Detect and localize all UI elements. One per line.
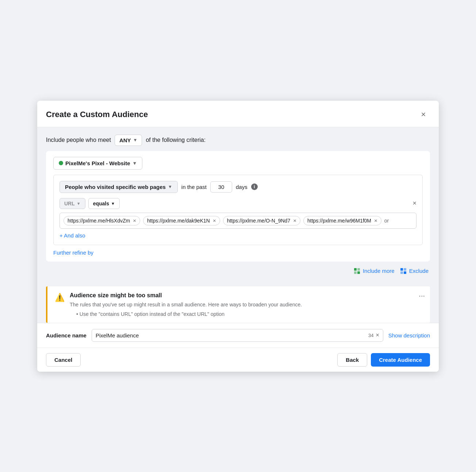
warning-icon: ⚠️ [55,293,65,302]
tag-value: https://pxlme.me/dak9eK1N [147,218,210,224]
audience-name-row: Audience name 34 × Show description [37,323,439,348]
svg-rect-7 [404,271,406,274]
exclude-icon [400,267,407,275]
warning-box: ⚠️ Audience size might be too small The … [46,286,430,323]
chevron-down-icon: ▼ [168,184,172,189]
warning-menu-button[interactable]: ··· [419,291,425,300]
tag-item: https://pxlme.me/O-N_9Nd7 × [223,216,300,225]
tag-value: https://pxlme.me/O-N_9Nd7 [227,218,291,224]
svg-rect-6 [400,271,403,274]
svg-rect-1 [357,268,360,271]
warning-section: ⚠️ Audience size might be too small The … [37,281,439,323]
pixel-section: PixelMe's Pixel - Website ▼ People who v… [46,151,430,262]
rule-row: People who visited specific web pages ▼ … [60,181,416,193]
include-more-button[interactable]: Include more [353,267,395,275]
inner-rule-section: People who visited specific web pages ▼ … [53,175,423,245]
pixel-dropdown[interactable]: PixelMe's Pixel - Website ▼ [53,157,142,170]
pixel-name: PixelMe's Pixel - Website [65,160,130,166]
chevron-down-icon: ▼ [77,201,81,206]
criteria-of-text: of the following criteria: [146,137,206,143]
in-past-text: in the past [181,184,207,190]
chevron-down-icon: ▼ [133,138,138,143]
info-icon: i [251,183,258,190]
tag-value: https://pxlme.me/HlsXdvZm [68,218,130,224]
tag-item: https://pxlme.me/dak9eK1N × [143,216,220,225]
further-refine-link[interactable]: Further refine by [53,249,93,256]
svg-rect-3 [357,271,360,274]
action-row: Include more Exclude [46,267,430,275]
tag-remove-button[interactable]: × [132,218,136,223]
rule-type-dropdown[interactable]: People who visited specific web pages ▼ [60,181,178,193]
pixel-header: PixelMe's Pixel - Website ▼ [53,157,423,170]
tag-item: https://pxlme.me/w96M1f0M × [303,216,381,225]
rule-type-label: People who visited specific web pages [65,184,166,190]
criteria-intro-text: Include people who meet [46,137,111,143]
create-audience-button[interactable]: Create Audience [371,353,430,367]
days-label: days [236,184,247,190]
pixel-status-dot [59,161,63,165]
modal-body: Include people who meet ANY ▼ of the fol… [37,127,439,281]
tags-box: https://pxlme.me/HlsXdvZm × https://pxlm… [60,213,416,229]
modal: Create a Custom Audience × Include peopl… [37,101,439,372]
svg-rect-4 [400,268,403,271]
back-button[interactable]: Back [337,353,367,367]
cancel-button[interactable]: Cancel [46,353,81,367]
tag-value: https://pxlme.me/w96M1f0M [307,218,371,224]
exclude-label: Exclude [409,268,429,274]
svg-rect-5 [404,268,406,271]
url-label: URL [64,201,75,206]
and-also-link[interactable]: + And also [60,232,85,239]
days-input[interactable] [210,181,232,193]
show-description-button[interactable]: Show description [388,332,430,338]
audience-name-label: Audience name [46,332,87,338]
tag-remove-button[interactable]: × [212,218,216,223]
tag-remove-button[interactable]: × [292,218,296,223]
svg-rect-2 [354,271,357,274]
clear-input-button[interactable]: × [376,332,379,338]
include-more-icon [353,267,361,275]
equals-label: equals [93,201,109,206]
include-more-label: Include more [363,268,395,274]
url-dropdown[interactable]: URL ▼ [60,198,85,209]
chevron-down-icon: ▼ [133,160,137,166]
chevron-down-icon: ▼ [111,201,115,206]
modal-header: Create a Custom Audience × [37,101,439,127]
footer-right: Back Create Audience [337,353,430,367]
equals-dropdown[interactable]: equals ▼ [88,198,120,209]
modal-footer: Cancel Back Create Audience [37,348,439,372]
url-filter-row: URL ▼ equals ▼ × [60,198,416,209]
exclude-button[interactable]: Exclude [400,267,429,275]
tag-item: https://pxlme.me/HlsXdvZm × [64,216,140,225]
modal-title: Create a Custom Audience [46,110,148,119]
url-filter-remove-button[interactable]: × [412,200,416,207]
any-dropdown[interactable]: ANY ▼ [115,135,142,146]
close-button[interactable]: × [417,108,430,121]
any-label: ANY [119,137,131,143]
warning-bullet: • Use the "contains URL" option instead … [70,311,423,317]
tag-remove-button[interactable]: × [373,218,377,223]
warning-content: Audience size might be too small The rul… [70,292,423,317]
warning-text: The rules that you've set up might resul… [70,302,423,307]
criteria-intro-row: Include people who meet ANY ▼ of the fol… [46,135,430,146]
or-text: or [384,218,389,224]
char-count: 34 [368,333,373,338]
warning-title: Audience size might be too small [70,292,423,299]
audience-name-input-wrap: 34 × [92,329,383,342]
svg-rect-0 [354,268,357,271]
audience-name-input[interactable] [96,329,368,341]
